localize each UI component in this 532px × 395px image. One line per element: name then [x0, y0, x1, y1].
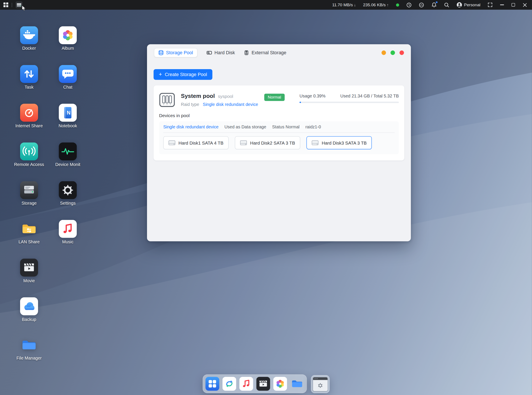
dock-item-launcher[interactable] [205, 377, 219, 391]
storage-icon [20, 181, 38, 199]
lan-share-icon [20, 220, 38, 238]
status-dot-icon[interactable] [396, 3, 399, 6]
tab-label: Storage Pool [166, 50, 193, 55]
usage-percent-label: Usage 0.39% [300, 94, 326, 99]
create-storage-pool-button[interactable]: + Create Storage Pool [154, 69, 212, 80]
disk-label: Hard Disk1 SATA 4 TB [178, 140, 223, 145]
external-storage-icon [244, 50, 249, 55]
desktop-item-docker[interactable]: Docker [20, 26, 38, 51]
pool-usage-block: Usage 0.39% Used 21.34 GB / Total 5.32 T… [300, 94, 399, 103]
group-raid-type[interactable]: Single disk redundant device [163, 125, 219, 129]
disk-chip-3[interactable]: Hard Disk3 SATA 3 TB [306, 136, 372, 149]
top-bar: 11.70 MB/s↓ 235.06 KB/s↑ [0, 0, 532, 10]
file-manager-icon [20, 336, 38, 354]
window-body: + Create Storage Pool [147, 60, 411, 160]
desktop-item-label: File Manager [17, 356, 42, 361]
desktop-item-movie[interactable]: Movie [20, 259, 38, 284]
desktop-item-backup[interactable]: Backup [20, 297, 38, 322]
usage-capacity-label: Used 21.34 GB / Total 5.32 TB [340, 94, 399, 99]
desktop-item-task[interactable]: Task [20, 65, 38, 90]
desktop-item-label: Storage [21, 201, 37, 206]
dock-item-music[interactable] [239, 377, 253, 391]
download-arrow-icon: ↓ [354, 3, 356, 7]
taskbar-divider [12, 3, 12, 7]
window-minimize-dot[interactable] [382, 50, 386, 55]
hard-drive-icon [312, 140, 319, 145]
minimize-icon[interactable] [500, 5, 504, 5]
tab-label: Hard Disk [214, 50, 235, 55]
desktop-item-label: Backup [22, 317, 36, 322]
window-maximize-dot[interactable] [390, 50, 395, 55]
desktop-item-label: Remote Access [14, 162, 44, 167]
pool-code: syspool [218, 94, 233, 99]
desktop-item-device-monitor[interactable]: Device Monit [55, 143, 80, 167]
usage-progress [300, 102, 399, 103]
movie-icon [20, 259, 38, 277]
desktop-item-label: Docker [22, 46, 36, 51]
desktop-item-album[interactable]: Album [59, 26, 77, 51]
preview-content [313, 380, 327, 391]
raid-type-link[interactable]: Single disk redundant device [203, 102, 258, 107]
storage-app-window: Storage Pool Hard Disk External Storage [147, 44, 411, 241]
dock-item-app-store[interactable] [222, 377, 236, 391]
music-icon [239, 377, 253, 391]
network-download-speed: 11.70 MB/s↓ [332, 2, 356, 7]
notifications-bell-icon[interactable] [431, 2, 437, 8]
desktop-item-label: Chat [63, 85, 72, 90]
desktop-item-label: Settings [60, 201, 75, 206]
tab-storage-pool[interactable]: Storage Pool [154, 48, 198, 57]
desktop-item-chat[interactable]: Chat [59, 65, 77, 90]
desktop-item-remote-access[interactable]: Remote Access [14, 143, 44, 167]
desktop-item-music[interactable]: Music [59, 220, 77, 245]
movie-icon [256, 377, 270, 391]
dock-item-file-manager[interactable] [290, 377, 304, 391]
dock-item-album[interactable] [273, 377, 287, 391]
desktop-item-notebook[interactable]: Notebook [59, 104, 77, 129]
file-manager-icon [290, 377, 304, 391]
network-upload-speed: 235.06 KB/s↑ [363, 2, 389, 7]
desktop-item-lan-share[interactable]: LAN Share [18, 220, 39, 245]
hard-drive-icon [168, 140, 175, 145]
disk-label: Hard Disk2 SATA 3 TB [250, 140, 295, 145]
preview-titlebar [313, 377, 327, 380]
desktop-item-label: Movie [23, 278, 35, 284]
disk-label: Hard Disk3 SATA 3 TB [322, 140, 367, 145]
close-icon[interactable] [523, 3, 527, 7]
desktop-item-label: Music [62, 240, 73, 245]
docker-icon [20, 26, 38, 44]
fullscreen-icon[interactable] [488, 2, 493, 7]
dock-item-settings-window-preview[interactable] [311, 375, 329, 393]
tab-hard-disk[interactable]: Hard Disk [206, 48, 235, 57]
disk-chip-2[interactable]: Hard Disk2 SATA 3 TB [235, 136, 300, 149]
search-icon[interactable] [444, 2, 449, 7]
storage-pool-card: System pool syspool Raid type Single dis… [154, 85, 404, 160]
desktop-icon-column-1: Docker Task Internet Share Remote Access… [10, 26, 48, 375]
account-menu[interactable]: Personal [456, 2, 480, 8]
clock-icon[interactable] [406, 2, 411, 7]
tab-external-storage[interactable]: External Storage [244, 48, 286, 57]
notebook-icon [59, 104, 77, 122]
pool-header: System pool syspool Raid type Single dis… [159, 93, 399, 107]
settings-icon [59, 181, 77, 199]
dock-item-movie[interactable] [256, 377, 270, 391]
desktop-item-label: Notebook [59, 123, 77, 129]
dock [0, 374, 532, 393]
maximize-icon[interactable] [511, 3, 515, 6]
desktop-item-file-manager[interactable]: File Manager [17, 336, 42, 361]
internet-share-icon [20, 104, 38, 122]
raid-group-panel: Single disk redundant device Used as Dat… [159, 121, 399, 154]
pool-name: System pool [181, 93, 215, 99]
raid-group-meta: Single disk redundant device Used as Dat… [163, 125, 394, 133]
launcher-icon [205, 377, 219, 391]
hard-drive-icon [240, 140, 247, 145]
taskbar-storage-app-icon[interactable] [16, 1, 22, 8]
desktop-item-label: LAN Share [18, 240, 39, 245]
desktop-item-settings[interactable]: Settings [59, 181, 77, 206]
gauge-icon[interactable] [419, 2, 424, 7]
window-close-dot[interactable] [399, 50, 404, 55]
app-store-icon [222, 377, 236, 391]
start-menu-icon[interactable] [3, 2, 8, 7]
disk-chip-1[interactable]: Hard Disk1 SATA 4 TB [163, 136, 228, 149]
desktop-item-storage[interactable]: Storage [20, 181, 38, 206]
desktop-item-internet-share[interactable]: Internet Share [15, 104, 43, 129]
